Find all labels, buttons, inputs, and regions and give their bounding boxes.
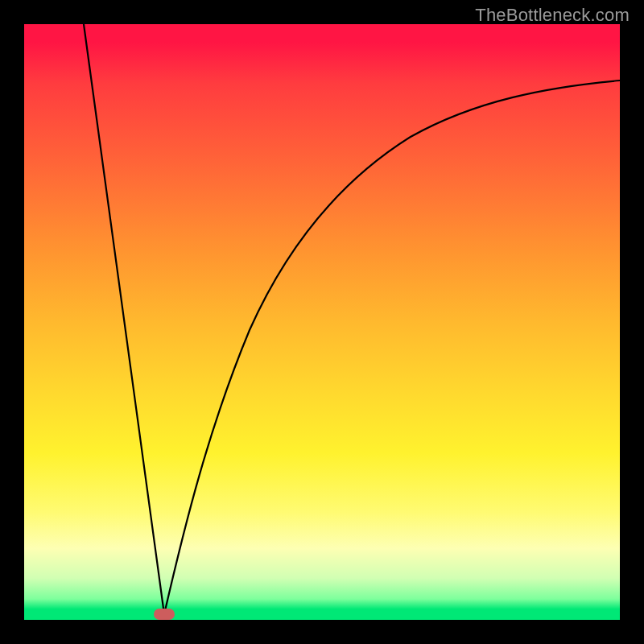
bottleneck-curve: [24, 24, 620, 620]
minimum-marker: [154, 609, 175, 620]
plot-area: [24, 24, 620, 620]
watermark-text: TheBottleneck.com: [475, 5, 630, 26]
curve-left-branch: [84, 24, 164, 614]
curve-right-branch: [164, 80, 620, 614]
chart-frame: TheBottleneck.com: [0, 0, 644, 644]
